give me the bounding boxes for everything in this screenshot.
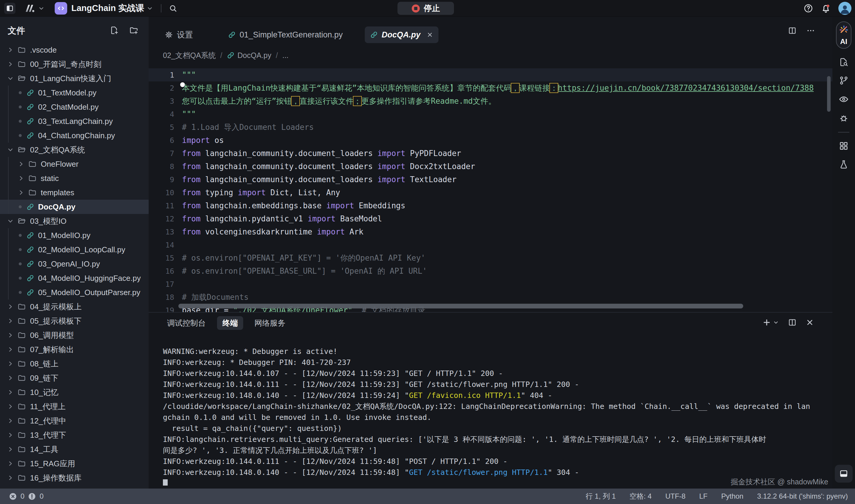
status-bar: 0 0 行 1, 列 1空格: 4UTF-8LFPython3.12.2 64-… [0, 488, 855, 504]
new-file-icon[interactable] [109, 25, 119, 35]
statusbar-item[interactable]: UTF-8 [665, 492, 685, 501]
tree-item[interactable]: 01_LangChain快速入门 [0, 71, 149, 86]
tree-item[interactable]: 10_记忆 [0, 385, 149, 399]
explorer-title: 文件 [8, 25, 25, 37]
split-editor-icon[interactable] [788, 26, 797, 35]
code-text: 本文件是【用LangChain快速构建基于“易速鲜花”本地知识库的智能问答系统】… [182, 83, 814, 93]
tree-item[interactable]: 16_操作数据库 [0, 471, 149, 485]
editor-tab[interactable]: 设置 [159, 26, 198, 43]
split-terminal-icon[interactable] [788, 318, 797, 327]
new-folder-icon[interactable] [129, 25, 139, 35]
tree-item[interactable]: 14_工具 [0, 442, 149, 456]
tree-item[interactable]: 06_调用模型 [0, 328, 149, 342]
tree-item[interactable]: 03_模型IO [0, 214, 149, 228]
tree-item[interactable]: 02_文档QA系统 [0, 143, 149, 157]
toggle-bottom-panel-button[interactable] [835, 465, 853, 483]
line-number: 18 [149, 293, 174, 302]
tree-item[interactable]: 00_开篇词_奇点时刻 [0, 57, 149, 71]
close-panel-icon[interactable] [806, 318, 814, 327]
tree-item-label: 10_记忆 [30, 387, 58, 398]
new-terminal-button[interactable] [762, 318, 779, 327]
editor-tab[interactable]: DocQA.py [365, 26, 439, 43]
panel-tab[interactable]: 终端 [217, 316, 243, 330]
statusbar-item[interactable]: Python [721, 492, 744, 501]
tree-item[interactable]: 07_解析输出 [0, 342, 149, 357]
statusbar-item[interactable]: 行 1, 列 1 [586, 491, 616, 501]
debug-bug-icon[interactable] [839, 113, 849, 123]
search-icon[interactable] [168, 4, 177, 13]
indent-guide [8, 200, 8, 214]
python-file-icon [26, 118, 34, 125]
ai-assistant-button[interactable]: AI [836, 21, 851, 49]
tree-item[interactable]: 13_代理下 [0, 428, 149, 442]
indent-guide [8, 228, 8, 242]
stop-button[interactable]: 停止 [397, 2, 454, 15]
tree-item-label: 04_提示模板上 [30, 302, 82, 312]
editor-tab[interactable]: 01_SimpleTextGeneration.py [223, 26, 348, 43]
statusbar-item[interactable]: 空格: 4 [629, 491, 652, 501]
folder-icon [28, 174, 37, 183]
folder-icon [28, 160, 37, 168]
terminal-line: /cloudide/workspace/LangChain-shizhanke/… [163, 401, 827, 412]
sidebar-toggle-icon[interactable] [4, 3, 16, 14]
file-search-icon[interactable] [839, 57, 849, 67]
breadcrumb-item[interactable]: DocQA.py [227, 51, 271, 60]
tree-item[interactable]: .vscode [0, 43, 149, 57]
terminal-output[interactable]: WARNING:werkzeug: * Debugger is active!I… [163, 346, 827, 486]
tree-item[interactable]: 02_ChatModel.py [0, 100, 149, 114]
git-branch-icon[interactable] [839, 75, 849, 86]
tree-item[interactable]: 04_提示模板上 [0, 300, 149, 314]
terminal-cursor [163, 479, 168, 486]
tree-item[interactable]: DocQA.py [0, 200, 149, 214]
tree-item[interactable]: 05_提示模板下 [0, 314, 149, 328]
tree-item[interactable]: static [0, 171, 149, 185]
tree-item[interactable]: 01_ModelIO.py [0, 228, 149, 242]
horizontal-scrollbar[interactable] [178, 304, 743, 308]
watermark: 掘金技术社区 @ shadowMike [731, 477, 828, 487]
git-status-dot [19, 277, 22, 280]
ai-sparkle-icon [839, 25, 849, 35]
vertical-scrollbar[interactable] [827, 76, 831, 112]
user-avatar[interactable] [838, 2, 851, 15]
notifications-bell-icon[interactable] [820, 3, 831, 14]
tree-item[interactable]: 08_链上 [0, 357, 149, 371]
breadcrumb-item[interactable]: 02_文档QA系统 [163, 51, 216, 60]
extensions-grid-icon[interactable] [839, 141, 849, 151]
workspace-code-icon[interactable] [55, 2, 67, 15]
tree-item[interactable]: 09_链下 [0, 371, 149, 385]
topbar-divider [161, 4, 161, 13]
tree-item[interactable]: 02_ModelIO_LoopCall.py [0, 242, 149, 257]
tree-item-label: 07_解析输出 [30, 344, 74, 355]
workspace-title[interactable]: LangChain 实战课 [71, 2, 144, 14]
line-number: 14 [149, 241, 174, 249]
statusbar-item[interactable]: LF [699, 492, 708, 501]
preview-eye-icon[interactable] [838, 94, 849, 105]
code-line: 4""" [149, 108, 832, 121]
statusbar-item[interactable]: 3.12.2 64-bit ('shims': pyenv) [757, 492, 848, 501]
workspace-chevron-down-icon[interactable] [146, 5, 153, 12]
errors-count: 0 [20, 492, 24, 501]
tree-item[interactable]: OneFlower [0, 157, 149, 171]
tree-item[interactable]: 03_OpenAI_IO.py [0, 257, 149, 271]
code-editor[interactable]: 1"""2本文件是【用LangChain快速构建基于“易速鲜花”本地知识库的智能… [149, 64, 832, 312]
breadcrumb-item[interactable]: ... [282, 51, 289, 60]
tree-item[interactable]: 04_ChatLongChain.py [0, 128, 149, 143]
panel-tab[interactable]: 网络服务 [249, 316, 291, 330]
product-logo-icon[interactable] [23, 2, 36, 15]
tree-item[interactable]: 01_TextModel.py [0, 86, 149, 100]
more-actions-icon[interactable] [806, 26, 815, 35]
tree-item[interactable]: 05_ModelIO_OutputParser.py [0, 285, 149, 300]
tree-item[interactable]: 11_代理上 [0, 399, 149, 414]
panel-tab[interactable]: 调试控制台 [162, 316, 211, 330]
problems-summary[interactable]: 0 0 [9, 488, 44, 504]
logo-chevron-down-icon[interactable] [38, 5, 44, 12]
tree-item[interactable]: 04_ModelIO_HuggingFace.py [0, 271, 149, 285]
tree-item[interactable]: 15_RAG应用 [0, 456, 149, 471]
tree-item[interactable]: 12_代理中 [0, 414, 149, 428]
lab-flask-icon[interactable] [839, 159, 849, 169]
help-icon[interactable] [803, 3, 813, 13]
tree-item[interactable]: 03_TextLangChain.py [0, 114, 149, 128]
line-number: 13 [149, 228, 174, 236]
line-number: 5 [149, 123, 174, 132]
tree-item[interactable]: templates [0, 185, 149, 200]
